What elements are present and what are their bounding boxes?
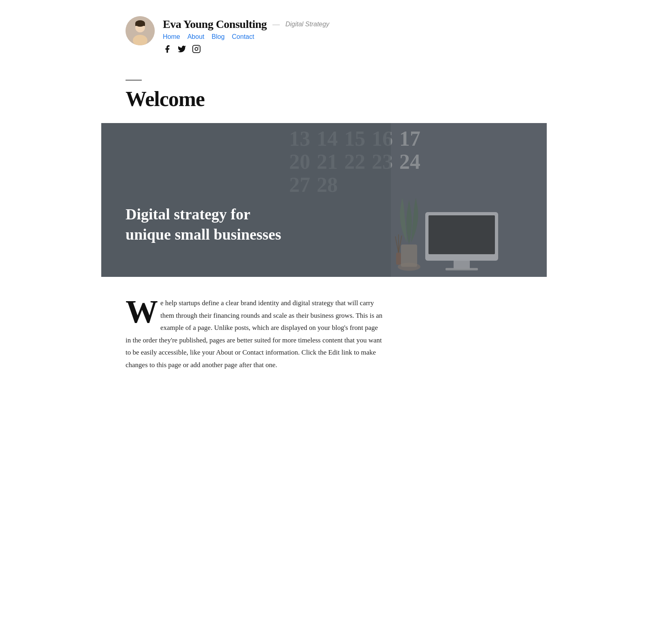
hero-decoration xyxy=(385,147,514,277)
svg-rect-12 xyxy=(401,244,417,267)
main-nav: Home About Blog Contact xyxy=(163,33,329,40)
nav-home[interactable]: Home xyxy=(163,33,180,40)
intro-paragraph: We help startups define a clear brand id… xyxy=(126,297,385,372)
title-divider: — xyxy=(273,20,280,29)
site-header: Eva Young Consulting — Digital Strategy … xyxy=(101,0,547,64)
svg-rect-8 xyxy=(428,215,495,254)
svg-rect-10 xyxy=(446,268,478,270)
drop-cap: W xyxy=(126,300,158,324)
avatar xyxy=(126,16,155,45)
svg-rect-5 xyxy=(193,45,200,53)
svg-line-14 xyxy=(395,236,399,253)
hero-overlay xyxy=(101,123,391,277)
twitter-icon[interactable] xyxy=(177,45,186,55)
welcome-heading: Welcome xyxy=(126,87,522,111)
site-subtitle: Digital Strategy xyxy=(286,21,330,28)
hero-section: 13 14 15 16 17 20 21 22 23 24 27 28 xyxy=(101,123,547,277)
social-icons xyxy=(163,45,329,55)
hero-headline: Digital strategy for unique small busine… xyxy=(126,204,281,244)
welcome-section: Welcome xyxy=(101,64,547,123)
svg-rect-4 xyxy=(135,23,145,26)
svg-rect-9 xyxy=(454,261,470,269)
header-info: Eva Young Consulting — Digital Strategy … xyxy=(163,16,329,55)
site-title-row: Eva Young Consulting — Digital Strategy xyxy=(163,18,329,31)
facebook-icon[interactable] xyxy=(163,45,172,55)
svg-rect-13 xyxy=(396,253,401,265)
hero-headline-line1: Digital strategy for xyxy=(126,206,250,223)
nav-blog[interactable]: Blog xyxy=(212,33,225,40)
paragraph-text: e help startups define a clear brand ide… xyxy=(126,299,382,369)
site-title: Eva Young Consulting xyxy=(163,18,267,31)
welcome-rule xyxy=(126,80,142,81)
hero-headline-line2: unique small businesses xyxy=(126,226,281,243)
nav-about[interactable]: About xyxy=(188,33,205,40)
body-section: We help startups define a clear brand id… xyxy=(101,277,409,396)
instagram-icon[interactable] xyxy=(192,45,201,55)
nav-contact[interactable]: Contact xyxy=(232,33,254,40)
